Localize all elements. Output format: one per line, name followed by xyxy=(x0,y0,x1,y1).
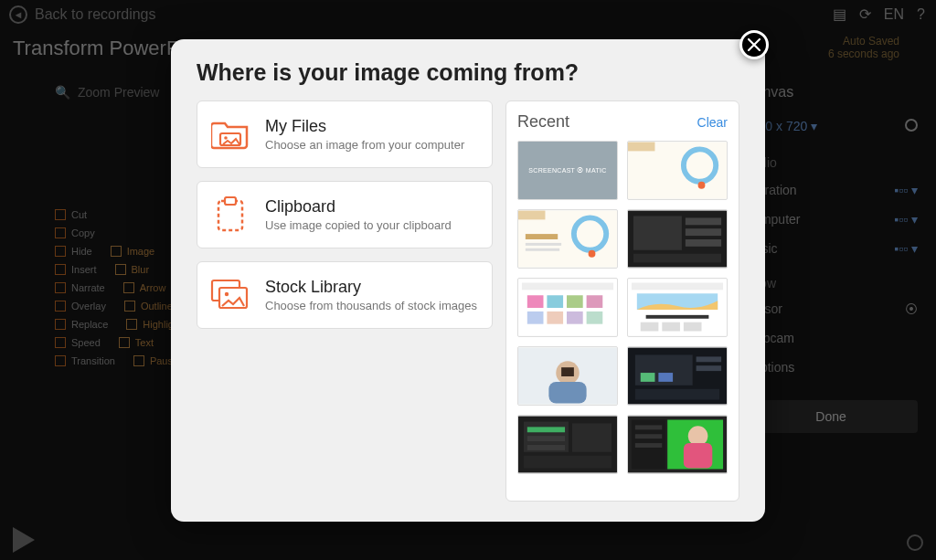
svg-rect-26 xyxy=(527,295,544,308)
modal-title: Where is your image coming from? xyxy=(197,59,739,86)
svg-rect-50 xyxy=(658,373,673,382)
recent-thumb[interactable] xyxy=(627,346,728,406)
svg-rect-28 xyxy=(567,295,583,308)
recent-thumb[interactable] xyxy=(627,278,728,337)
option-my-files[interactable]: My Files Choose an image from your compu… xyxy=(197,100,493,168)
svg-rect-8 xyxy=(628,142,654,151)
option-clipboard[interactable]: Clipboard Use image copied to your clipb… xyxy=(197,181,493,248)
svg-rect-19 xyxy=(633,216,682,249)
svg-rect-38 xyxy=(641,322,659,331)
svg-rect-43 xyxy=(548,381,586,403)
svg-rect-62 xyxy=(684,443,712,468)
svg-rect-31 xyxy=(547,311,563,323)
folder-icon xyxy=(210,114,250,154)
svg-rect-66 xyxy=(635,443,662,448)
close-button[interactable] xyxy=(739,30,769,59)
svg-rect-3 xyxy=(225,197,236,205)
recent-thumb[interactable] xyxy=(517,209,618,269)
svg-rect-27 xyxy=(547,295,563,308)
svg-rect-40 xyxy=(684,322,702,331)
svg-rect-37 xyxy=(646,314,709,318)
recent-thumb[interactable]: SCREENCAST ⦿ MATIC xyxy=(517,141,618,200)
svg-point-1 xyxy=(224,136,228,140)
recent-thumb[interactable] xyxy=(517,415,618,474)
svg-rect-54 xyxy=(527,427,565,432)
svg-rect-49 xyxy=(641,373,655,382)
svg-rect-47 xyxy=(697,356,721,362)
svg-rect-51 xyxy=(635,388,719,399)
svg-rect-57 xyxy=(572,423,612,451)
image-stack-icon xyxy=(210,275,250,315)
svg-rect-25 xyxy=(522,282,613,290)
option-title: Clipboard xyxy=(265,197,452,217)
clipboard-icon xyxy=(210,195,250,235)
svg-rect-22 xyxy=(686,238,721,246)
svg-rect-56 xyxy=(527,444,565,449)
recent-thumb[interactable] xyxy=(627,415,728,474)
svg-rect-23 xyxy=(633,253,721,262)
svg-rect-35 xyxy=(632,282,723,290)
recent-thumb[interactable] xyxy=(627,141,728,200)
option-subtitle: Use image copied to your clipboard xyxy=(265,218,452,232)
svg-rect-12 xyxy=(518,210,545,219)
svg-rect-32 xyxy=(567,311,583,323)
svg-rect-20 xyxy=(686,217,721,225)
svg-rect-58 xyxy=(524,455,612,468)
source-options: My Files Choose an image from your compu… xyxy=(197,100,493,502)
svg-rect-29 xyxy=(587,295,603,308)
image-source-modal: Where is your image coming from? My File… xyxy=(171,39,765,522)
svg-point-14 xyxy=(589,249,596,257)
svg-rect-44 xyxy=(561,367,574,376)
svg-rect-15 xyxy=(526,234,558,239)
option-title: My Files xyxy=(265,117,464,136)
recent-thumb[interactable] xyxy=(517,278,618,337)
svg-rect-16 xyxy=(526,242,561,245)
recent-title: Recent xyxy=(517,112,697,132)
recent-thumb[interactable] xyxy=(517,346,618,406)
option-subtitle: Choose from thousands of stock images xyxy=(265,299,477,312)
svg-rect-64 xyxy=(635,425,662,429)
recent-panel: Recent Clear SCREENCAST ⦿ MATIC xyxy=(505,100,739,502)
svg-rect-48 xyxy=(697,365,721,371)
option-subtitle: Choose an image from your computer xyxy=(265,138,464,152)
svg-rect-39 xyxy=(662,322,680,331)
close-icon xyxy=(748,38,760,51)
svg-rect-55 xyxy=(527,436,565,441)
svg-rect-17 xyxy=(526,248,559,250)
recent-thumb[interactable] xyxy=(627,209,728,269)
svg-point-6 xyxy=(225,291,229,295)
option-stock-library[interactable]: Stock Library Choose from thousands of s… xyxy=(197,261,493,329)
svg-point-10 xyxy=(698,181,706,188)
svg-point-61 xyxy=(688,426,708,446)
option-title: Stock Library xyxy=(265,278,477,297)
svg-rect-21 xyxy=(686,228,721,236)
svg-rect-30 xyxy=(527,311,544,323)
clear-link[interactable]: Clear xyxy=(697,115,728,130)
svg-rect-65 xyxy=(635,434,662,438)
svg-rect-33 xyxy=(587,311,603,323)
